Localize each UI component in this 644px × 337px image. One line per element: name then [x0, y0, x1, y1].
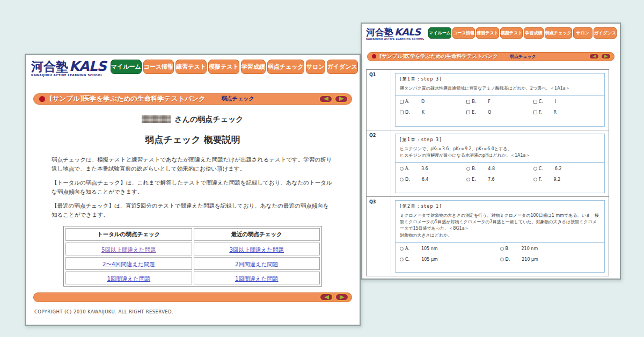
answer-option: C.6.2 [533, 166, 600, 171]
front-nav-tabs: マイルーム コース情報 練習テスト 模擬テスト 学習成績 弱点チェック サロン … [111, 60, 358, 74]
link-total-1[interactable]: 1回間違えた問題 [107, 275, 150, 282]
copyright-text: COPYRIGHT (C) 2010 KAWAIJUKU. ALL RIGHT … [34, 309, 352, 314]
logo-japanese: 河合塾 [31, 61, 68, 73]
section-label: 弱点チェック [510, 54, 536, 60]
back-nav-tabs: マイルーム コース情報 練習テスト 模擬テスト 学習成績 弱点チェック サロン … [428, 27, 617, 39]
red-dot-icon [39, 96, 45, 102]
column-header-recent: 最近の弱点チェック [194, 228, 320, 241]
weakness-links-table: トータルの弱点チェック 最近の弱点チェック 5回以上間違えた問題 3回以上間違え… [63, 226, 322, 287]
overview-heading: 弱点チェック 概要説明 [33, 134, 352, 146]
link-total-2to4[interactable]: 2〜4回間違えた問題 [103, 261, 155, 267]
table-cell: 2回間違えた問題 [194, 257, 320, 270]
description-paragraphs: 弱点チェックは、模擬テストと練習テストであなたが間違えた問題だけが出題されるテス… [52, 155, 334, 219]
radio-icon[interactable] [533, 167, 537, 171]
table-cell: 1回間違えた問題 [194, 272, 320, 284]
checkbox-icon[interactable] [466, 111, 470, 114]
radio-icon[interactable] [500, 247, 504, 251]
arrow-left-icon [592, 55, 596, 58]
forward-page-button[interactable] [335, 293, 349, 301]
tab-weakness-check[interactable]: 弱点チェック [267, 60, 304, 74]
back-tab-weakness-check[interactable]: 弱点チェック [545, 27, 572, 39]
logo-japanese: 河合塾 [366, 28, 393, 37]
checkbox-icon[interactable] [400, 111, 404, 114]
link-total-5plus[interactable]: 5回以上間違えた問題 [101, 246, 156, 253]
question-text: 膜タンパク質の疎水性膜貫通領域に豊富なアミノ酸残基はどれか。2つ選べ。＜1A1a… [400, 85, 600, 92]
back-tab-myroom[interactable]: マイルーム [428, 27, 451, 39]
tab-course-info[interactable]: コース情報 [143, 60, 174, 74]
front-title-bar: [サンプル]医学を学ぶための生命科学テストバンク 弱点チェック [33, 93, 352, 105]
arrow-right-icon [339, 97, 344, 101]
kals-logo: 河合塾 KALS KAWAIJUKU ACTIVE LEARNING SCHOO… [366, 27, 424, 41]
answer-option: B.4.8 [466, 166, 533, 171]
forward-page-button[interactable] [601, 53, 611, 60]
question-box: [第1章：step 3] 膜タンパク質の疎水性膜貫通領域に豊富なアミノ酸残基はど… [395, 73, 605, 127]
question-table: Q1 [第1章：step 3] 膜タンパク質の疎水性膜貫通領域に豊富なアミノ酸残… [366, 69, 609, 276]
answer-option: E.7.6 [466, 177, 533, 182]
checkbox-icon[interactable] [466, 100, 470, 104]
red-dot-icon [372, 54, 376, 58]
back-tab-guidance[interactable]: ガイダンス [594, 27, 617, 39]
arrow-left-icon [324, 97, 328, 101]
radio-icon[interactable] [400, 167, 404, 171]
radio-icon[interactable] [400, 247, 404, 251]
checkbox-icon[interactable] [533, 111, 537, 114]
back-page-button[interactable] [589, 53, 599, 60]
checkbox-icon[interactable] [400, 100, 404, 104]
back-header: 河合塾 KALS KAWAIJUKU ACTIVE LEARNING SCHOO… [362, 24, 620, 41]
back-tab-practice-test[interactable]: 練習テスト [476, 27, 499, 39]
tab-guidance[interactable]: ガイダンス [327, 60, 358, 74]
radio-icon[interactable] [400, 258, 404, 261]
question-box: [第1章：step 3] ヒスチジンで、pK₁＝3.6、pK₂＝9.2、pK₃＝… [395, 134, 605, 193]
tab-salon[interactable]: サロン [306, 60, 325, 74]
question-text: 対象物の大きさはどれか。 [400, 232, 600, 239]
answer-option: B.F [466, 99, 533, 104]
answer-option: F.9.2 [533, 177, 600, 182]
redacted-user-name [142, 115, 171, 123]
page-background: 河合塾 KALS KAWAIJUKU ACTIVE LEARNING SCHOO… [0, 0, 644, 337]
radio-icon[interactable] [466, 178, 470, 181]
radio-icon[interactable] [466, 167, 470, 171]
front-header: 河合塾 KALS KAWAIJUKU ACTIVE LEARNING SCHOO… [26, 55, 360, 77]
back-title-bar: [サンプル]医学を学ぶための生命科学テストバンク 弱点チェック [367, 52, 614, 61]
back-page-button[interactable] [319, 95, 333, 103]
link-recent-2[interactable]: 2回間違えた問題 [235, 261, 279, 267]
paragraph: 【最近の弱点チェック】は、直近5回分のテストで間違えた問題を記録しており、あなた… [52, 201, 334, 219]
heading-suffix: さんの弱点チェック [174, 115, 243, 123]
forward-page-button[interactable] [334, 95, 348, 103]
course-title: [サンプル]医学を学ぶための生命科学テストバンク [49, 94, 206, 104]
column-header-total: トータルの弱点チェック [65, 228, 192, 241]
radio-icon[interactable] [400, 178, 404, 181]
checkbox-icon[interactable] [533, 100, 537, 104]
table-cell: 1回間違えた問題 [65, 272, 192, 284]
tab-myroom[interactable]: マイルーム [111, 60, 142, 74]
answer-option: A.D [400, 99, 466, 104]
back-tab-salon[interactable]: サロン [573, 27, 592, 39]
back-tab-course-info[interactable]: コース情報 [452, 27, 475, 39]
answer-option: A.3.6 [400, 166, 466, 171]
logo-subtitle: KAWAIJUKU ACTIVE LEARNING SCHOOL [366, 38, 424, 41]
table-cell: 3回以上間違えた問題 [194, 243, 320, 255]
radio-icon[interactable] [533, 178, 537, 181]
front-content: さんの弱点チェック 弱点チェック 概要説明 弱点チェックは、模擬テストと練習テス… [26, 115, 360, 314]
question-text: ヒスチジンで、pK₁＝3.6、pK₂＝9.2、pK₃＝6.0とする。 [400, 146, 600, 152]
tab-practice-test[interactable]: 練習テスト [175, 60, 207, 74]
radio-icon[interactable] [500, 258, 504, 261]
back-page-button[interactable] [319, 293, 333, 301]
question-number: Q2 [367, 130, 391, 196]
weakness-check-window: 河合塾 KALS KAWAIJUKU ACTIVE LEARNING SCHOO… [25, 54, 361, 326]
paragraph: 弱点チェックは、模擬テストと練習テストであなたが間違えた問題だけが出題されるテス… [52, 155, 334, 173]
arrow-right-icon [340, 295, 345, 299]
answer-option: D.K [400, 110, 466, 115]
question-row: Q2 [第1章：step 3] ヒスチジンで、pK₁＝3.6、pK₂＝9.2、p… [367, 130, 609, 197]
question-number: Q3 [367, 197, 391, 276]
answer-option: E.Q [466, 110, 533, 115]
answer-option: D.210 μm [500, 257, 601, 262]
back-tab-mock-test[interactable]: 模擬テスト [500, 27, 523, 39]
tab-mock-test[interactable]: 模擬テスト [208, 60, 239, 74]
back-tab-study-results[interactable]: 学習成績 [524, 27, 543, 39]
answer-option: B.210 nm [500, 246, 601, 251]
tab-study-results[interactable]: 学習成績 [241, 60, 266, 74]
logo-kals: KALS [69, 60, 106, 73]
link-recent-1[interactable]: 1回間違えた問題 [235, 275, 279, 282]
link-recent-3plus[interactable]: 3回以上間違えた問題 [229, 246, 284, 253]
